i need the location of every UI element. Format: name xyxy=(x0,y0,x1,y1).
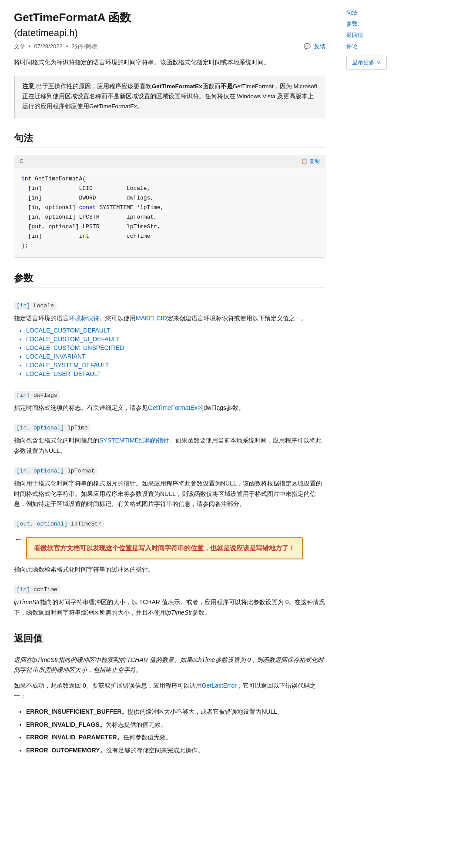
meta-separator: • xyxy=(29,43,31,50)
code-block: C++ 📋 复制 int GetTimeFormatA( [in] LCID L… xyxy=(14,155,325,258)
notice-box: 注意 出于互操作性的原因，应用程序应该更喜欢GetTimeFormatEx函数而… xyxy=(14,76,325,118)
list-item[interactable]: LOCALE_USER_DEFAULT xyxy=(26,370,325,377)
param-lptimestr-desc: 指向此函数检索格式化时间字符串的缓冲区的指针。 xyxy=(14,565,325,575)
main-content: GetTimeFormatA 函数 (datetimeapi.h) 文章 • 0… xyxy=(0,0,339,868)
sidebar-link-params[interactable]: 参数 xyxy=(346,20,419,28)
param-locale-desc: 指定语言环境的语言环境标识符。您可以使用MAKELCID宏来创建语言环境标识符或… xyxy=(14,313,325,324)
list-item: ERROR_OUTOFMEMORY。没有足够的存储空间来完成此操作。 xyxy=(26,745,325,756)
list-item: ERROR_INVALID_FLAGS。为标志提供的值无效。 xyxy=(26,720,325,730)
sidebar: 句法 参数 返回值 评论 显示更多 ∨ xyxy=(339,0,426,868)
meta-bar: 文章 • 07/28/2022 • 2分钟阅读 💬 反馈 xyxy=(14,43,325,50)
code-header: C++ 📋 复制 xyxy=(14,155,325,168)
meta-read: 2分钟阅读 xyxy=(71,43,97,50)
return-para1: 返回在lpTimeStr指向的缓冲区中检索到的 TCHAR 值的数量。如果cch… xyxy=(14,655,325,676)
param-tag-lptime: [in, optional] lpTime xyxy=(14,424,90,432)
red-arrow-icon: ← xyxy=(14,534,23,544)
copy-icon: 📋 xyxy=(301,158,308,164)
param-lptime: [in, optional] lpTime 指向包含要格式化的时间信息的SYST… xyxy=(14,417,325,456)
list-item: ERROR_INVALID_PARAMETER。任何参数值无效。 xyxy=(26,732,325,743)
error-list: ERROR_INSUFFICIENT_BUFFER。提供的缓冲区大小不够大，或者… xyxy=(14,707,325,756)
list-item[interactable]: LOCALE_CUSTOM_UNSPECIFIED xyxy=(26,344,325,351)
return-para2: 如果不成功，此函数返回 0。要获取扩展错误信息，应用程序可以调用GetLastE… xyxy=(14,681,325,702)
annotation-box: 看微软官方文档可以发现这个位置是写入时间字符串的位置，也就是说应该是写错地方了！ xyxy=(26,537,303,559)
param-lpformat-desc: 指向用于格式化时间字符串的格式图片的指针。如果应用程序将此参数设置为NULL，该… xyxy=(14,479,325,509)
locale-list: LOCALE_CUSTOM_DEFAULT LOCALE_CUSTOM_UI_D… xyxy=(14,327,325,377)
list-item[interactable]: LOCALE_CUSTOM_DEFAULT xyxy=(26,327,325,334)
list-item[interactable]: LOCALE_CUSTOM_UI_DEFAULT xyxy=(26,336,325,343)
param-tag-lpformat: [in, optional] lpFormat xyxy=(14,467,97,475)
param-dwflags: [in] dwFlags 指定时间格式选项的标志。有关详细定义，请参见GetTi… xyxy=(14,384,325,413)
code-lang: C++ xyxy=(20,158,30,164)
param-tag-cchtime: [in] cchTime xyxy=(14,585,60,594)
sidebar-more-button[interactable]: 显示更多 ∨ xyxy=(346,56,387,70)
param-tag-locale: [in] Locale xyxy=(14,302,57,310)
syntax-heading: 句法 xyxy=(14,132,325,148)
list-item[interactable]: LOCALE_SYSTEM_DEFAULT xyxy=(26,362,325,369)
param-dwflags-desc: 指定时间格式选项的标志。有关详细定义，请参见GetTimeFormatEx的dw… xyxy=(14,403,325,413)
param-lpformat: [in, optional] lpFormat 指向用于格式化时间字符串的格式图… xyxy=(14,460,325,509)
sidebar-link-syntax[interactable]: 句法 xyxy=(346,9,419,17)
copy-button[interactable]: 📋 复制 xyxy=(301,158,320,165)
param-cchtime-desc: lpTimeStr指向的时间字符串缓冲区的大小，以 TCHAR 值表示。或者，应… xyxy=(14,597,325,618)
feedback-icon: 💬 xyxy=(304,43,311,50)
intro-text: 将时间格式化为标识符指定的语言环境的时间字符串。该函数格式化指定时间或本地系统时… xyxy=(14,57,325,67)
param-lptime-desc: 指向包含要格式化的时间信息的SYSTEMTIME结构的指针。如果函数要使用当前本… xyxy=(14,436,325,456)
param-tag-dwflags: [in] dwFlags xyxy=(14,391,60,399)
getlasterror-link[interactable]: GetLastError xyxy=(202,682,237,689)
list-item: ERROR_INSUFFICIENT_BUFFER。提供的缓冲区大小不够大，或者… xyxy=(26,707,325,717)
return-heading: 返回值 xyxy=(14,632,325,648)
notice-label: 注意 xyxy=(22,83,34,90)
param-locale: [in] Locale 指定语言环境的语言环境标识符。您可以使用MAKELCID… xyxy=(14,295,325,378)
notice-text: 出于互操作性的原因，应用程序应该更喜欢GetTimeFormatEx函数而不是G… xyxy=(22,83,317,110)
meta-type: 文章 xyxy=(14,43,25,50)
meta-date: 07/28/2022 xyxy=(34,43,63,50)
sidebar-link-comments[interactable]: 评论 xyxy=(346,43,419,50)
params-heading: 参数 xyxy=(14,272,325,288)
feedback-link[interactable]: 💬 反馈 xyxy=(304,43,325,50)
sidebar-link-return[interactable]: 返回值 xyxy=(346,31,419,39)
systemtime-link[interactable]: SYSTEMTIME结构的指针 xyxy=(99,437,169,444)
locale-link[interactable]: 环境标识符 xyxy=(69,315,99,322)
page-title: GetTimeFormatA 函数 (datetimeapi.h) xyxy=(14,10,325,40)
code-body: int GetTimeFormatA( [in] LCID Locale, [i… xyxy=(14,168,325,257)
annotation-row: ← 看微软官方文档可以发现这个位置是写入时间字符串的位置，也就是说应该是写错地方… xyxy=(14,533,325,563)
meta-separator2: • xyxy=(66,43,68,50)
list-item[interactable]: LOCALE_INVARIANT xyxy=(26,353,325,360)
gettimeformatex-link[interactable]: GetTimeFormatEx的 xyxy=(148,404,204,411)
makelcid-link[interactable]: MAKELCID xyxy=(136,315,167,322)
param-lptimestr: [out, optional] lpTimeStr ← 看微软官方文档可以发现这… xyxy=(14,513,325,575)
param-cchtime: [in] cchTime lpTimeStr指向的时间字符串缓冲区的大小，以 T… xyxy=(14,579,325,618)
param-tag-lptimestr: [out, optional] lpTimeStr xyxy=(14,520,104,528)
